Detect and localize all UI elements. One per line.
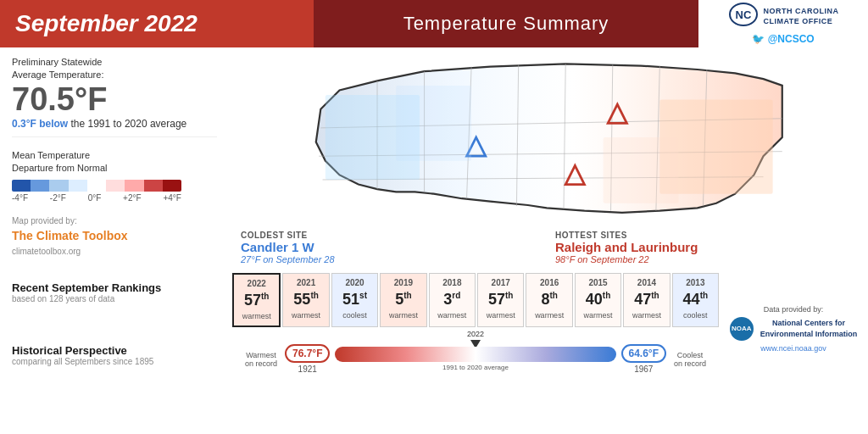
historical-section-label: Historical Perspective comparing all Sep… — [12, 344, 217, 366]
svg-rect-20 — [604, 137, 679, 203]
rank-num: 40th — [577, 289, 619, 310]
rank-cell: 2017 57th warmest — [477, 273, 524, 327]
rank-num: 5th — [382, 289, 424, 310]
rank-cell: 2022 57th warmest — [232, 273, 281, 327]
rank-year: 2015 — [577, 277, 619, 289]
page-wrapper: September 2022 Temperature Summary NC NO… — [0, 0, 868, 434]
logo-text: NORTH CAROLINA CLIMATE OFFICE — [764, 7, 839, 26]
legend-label-max: +4°F — [163, 193, 181, 203]
noaa-credit-label: Data provided by: — [764, 305, 824, 314]
page-title: September 2022 — [15, 10, 198, 37]
warmest-label: Warmest on record — [241, 351, 281, 368]
rank-cell: 2013 44th coolest — [672, 273, 719, 327]
rank-type: warmest — [285, 310, 326, 321]
rankings-bar: 2022 57th warmest 2021 55th warmest 2020… — [232, 273, 719, 327]
map-credit-prefix: Map provided by: — [12, 216, 77, 225]
warmest-temp-box: 76.7°F — [285, 344, 330, 363]
noaa-credit-col: Data provided by: NOAA National Centers … — [726, 273, 861, 385]
hist-avg-period: 1991 to 2020 average — [335, 364, 615, 371]
rank-num: 3rd — [431, 289, 473, 310]
rank-type: warmest — [382, 310, 424, 321]
main-content: Preliminary Statewide Average Temperatur… — [0, 47, 868, 434]
hist-gradient-container: 2022 1991 to 2020 average — [335, 347, 615, 371]
coldest-site-block: COLDEST SITE Candler 1 W 27°F on Septemb… — [241, 231, 538, 264]
rank-type: coolest — [675, 310, 716, 321]
rank-year: 2019 — [382, 277, 424, 289]
legend-label-zero: 0°F — [88, 193, 102, 203]
toolbox-url: climatetoolbox.org — [12, 247, 81, 256]
rank-year: 2016 — [528, 277, 570, 289]
noaa-logo-row: NOAA National Centers forEnvironmental I… — [730, 317, 858, 341]
coolest-year: 1967 — [634, 364, 653, 374]
legend-title: Mean TemperatureDeparture from Normal — [12, 149, 217, 175]
svg-rect-18 — [396, 86, 471, 161]
svg-text:NC: NC — [735, 8, 751, 21]
rank-cell: 2020 51st coolest — [331, 273, 378, 327]
hottest-detail: 98°F on September 22 — [555, 254, 853, 264]
legend-labels: -4°F -2°F 0°F +2°F +4°F — [12, 193, 181, 203]
rank-year: 2014 — [626, 277, 667, 289]
toolbox-name[interactable]: The Climate Toolbox — [12, 227, 217, 245]
twitter-icon: 🐦 — [752, 33, 765, 45]
legend-label-min: -4°F — [12, 193, 28, 203]
avg-comparison: 0.3°F below the 1991 to 2020 average — [12, 118, 217, 130]
map-credit: Map provided by: The Climate Toolbox cli… — [12, 214, 217, 258]
noaa-url[interactable]: www.ncei.noaa.gov — [760, 344, 826, 353]
hottest-label: HOTTEST SITES — [555, 231, 853, 240]
rank-cell: 2016 8th warmest — [526, 273, 572, 327]
legend-label-pos2: +2°F — [123, 193, 142, 203]
left-panel: Preliminary Statewide Average Temperatur… — [0, 47, 229, 434]
nc-logo-icon: NC — [728, 3, 759, 31]
rank-cell: 2021 55th warmest — [282, 273, 329, 327]
header-subtitle: Temperature Summary — [403, 13, 609, 35]
header-center: Temperature Summary — [314, 0, 698, 47]
rank-year: 2017 — [480, 277, 521, 289]
rank-cell: 2014 47th warmest — [623, 273, 670, 327]
noaa-logo-icon: NOAA — [730, 317, 754, 341]
rank-num: 57th — [480, 289, 521, 310]
rank-cell: 2015 40th warmest — [575, 273, 621, 327]
hottest-name: Raleigh and Laurinburg — [555, 240, 853, 254]
rankings-col: 2022 57th warmest 2021 55th warmest 2020… — [232, 273, 719, 385]
historical-subtitle: comparing all Septembers since 1895 — [12, 357, 217, 366]
rank-type: warmest — [431, 310, 473, 321]
coolest-label: Coolest on record — [670, 351, 710, 368]
rank-num: 8th — [528, 289, 570, 310]
avg-temp-label: Preliminary Statewide Average Temperatur… — [12, 56, 217, 82]
nc-map — [232, 53, 861, 222]
rank-num: 55th — [285, 289, 326, 310]
hottest-site-block: HOTTEST SITES Raleigh and Laurinburg 98°… — [555, 231, 853, 264]
rank-cell: 2018 3rd warmest — [429, 273, 476, 327]
hist-2022-label: 2022 — [467, 330, 484, 338]
rank-num: 47th — [626, 289, 667, 310]
warmest-temp-container: 76.7°F 1921 — [285, 344, 330, 374]
coldest-name: Candler 1 W — [241, 240, 538, 254]
comparison-suffix: the 1991 to 2020 average — [71, 118, 187, 130]
rank-type: warmest — [626, 310, 667, 321]
rank-cell: 2019 5th warmest — [380, 273, 426, 327]
avg-temp-section: Preliminary Statewide Average Temperatur… — [12, 56, 217, 137]
rank-num: 44th — [675, 289, 716, 310]
rank-type: warmest — [577, 310, 619, 321]
rankings-subtitle: based on 128 years of data — [12, 294, 217, 303]
rank-type: warmest — [480, 310, 521, 321]
rank-type: warmest — [528, 310, 570, 321]
twitter-handle[interactable]: 🐦 @NCSCO — [752, 33, 814, 45]
legend-label-neg2: -2°F — [50, 193, 66, 203]
legend-section: Mean TemperatureDeparture from Normal -4… — [12, 144, 217, 209]
rank-year: 2020 — [334, 277, 376, 289]
coolest-temp-container: 64.6°F 1967 — [621, 344, 666, 374]
header-left: September 2022 — [0, 0, 314, 47]
map-container — [232, 53, 861, 222]
historical-title: Historical Perspective — [12, 344, 217, 357]
hist-gradient-bar — [335, 347, 615, 362]
rankings-title: Recent September Rankings — [12, 281, 217, 294]
bottom-section: 2022 57th warmest 2021 55th warmest 2020… — [232, 273, 861, 385]
coldest-label: COLDEST SITE — [241, 231, 538, 240]
coldest-detail: 27°F on September 28 — [241, 254, 538, 264]
below-text: 0.3°F below — [12, 118, 68, 130]
rank-year: 2022 — [236, 278, 277, 290]
legend-bar — [12, 180, 181, 192]
rank-type: warmest — [236, 311, 277, 322]
header: September 2022 Temperature Summary NC NO… — [0, 0, 868, 47]
